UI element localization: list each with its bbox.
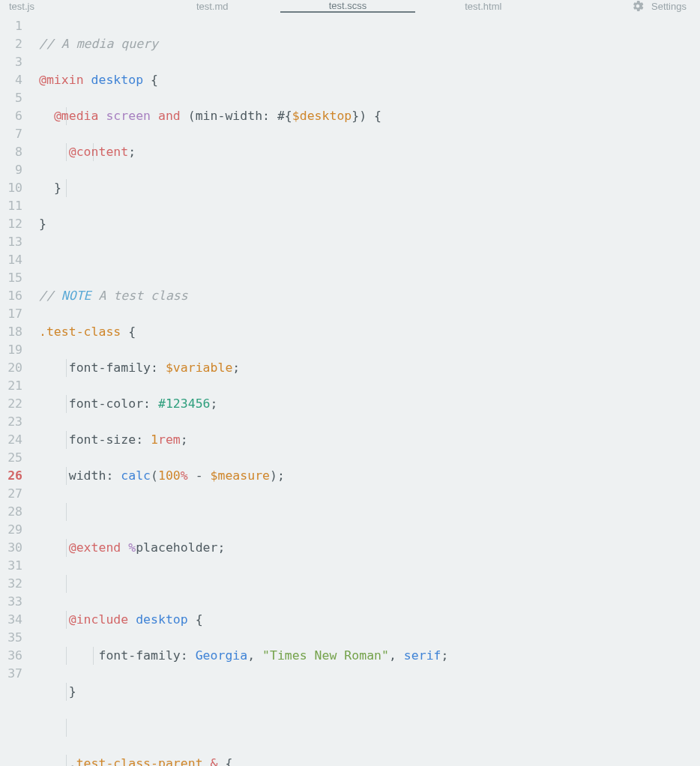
code-token: @media bbox=[54, 109, 99, 123]
code-token: . bbox=[69, 756, 76, 766]
code-token: ( bbox=[188, 109, 196, 123]
code-token: min-width bbox=[196, 109, 262, 123]
code-token: % bbox=[181, 468, 188, 483]
code-token: $variable bbox=[166, 361, 232, 375]
code-token: ; bbox=[128, 145, 136, 159]
tab-label: test.md bbox=[196, 1, 229, 12]
code-token: #123456 bbox=[158, 396, 211, 411]
tab-test-js[interactable]: test.js bbox=[0, 0, 145, 13]
code-token: NOTE bbox=[61, 289, 91, 303]
code-token: test-class-parent bbox=[76, 756, 203, 766]
code-token: - bbox=[188, 468, 211, 483]
code-token: screen bbox=[106, 109, 151, 123]
code-token: @content bbox=[69, 145, 128, 159]
code-area[interactable]: // A media query @mixin desktop { @media… bbox=[30, 17, 700, 766]
tab-settings[interactable]: Settings bbox=[551, 0, 700, 13]
code-token: @extend bbox=[69, 540, 121, 555]
settings-label: Settings bbox=[651, 1, 687, 12]
code-token: ) bbox=[359, 109, 366, 123]
code-token: { bbox=[151, 73, 158, 87]
code-token: $desktop bbox=[292, 109, 351, 123]
editor[interactable]: 1234567891011121314151617181920212223242… bbox=[0, 13, 700, 766]
code-token: font-color bbox=[69, 396, 143, 411]
code-token: desktop bbox=[136, 612, 188, 627]
code-token: // bbox=[39, 289, 61, 303]
code-token: , bbox=[247, 648, 262, 663]
code-token: , bbox=[389, 648, 404, 663]
code-token: } bbox=[39, 217, 46, 231]
code-token: ) bbox=[270, 468, 277, 483]
gear-icon bbox=[632, 0, 644, 12]
code-token: A test class bbox=[91, 289, 188, 303]
code-token: #{ bbox=[277, 109, 292, 123]
code-token: Georgia bbox=[196, 648, 248, 663]
code-token: } bbox=[54, 181, 61, 195]
code-token: { bbox=[196, 612, 203, 627]
code-token bbox=[203, 756, 211, 766]
code-token: @include bbox=[69, 612, 128, 627]
code-token: @mixin bbox=[39, 73, 84, 87]
tab-label: test.js bbox=[9, 1, 34, 12]
code-token: and bbox=[158, 109, 181, 123]
code-token: calc bbox=[121, 468, 151, 483]
tab-test-html[interactable]: test.html bbox=[415, 0, 551, 13]
code-token: placeholder bbox=[136, 540, 217, 555]
code-token: & bbox=[211, 756, 218, 766]
code-token: ( bbox=[151, 468, 158, 483]
code-token: // A media query bbox=[39, 37, 158, 51]
tab-bar: test.js test.md test.scss test.html Sett… bbox=[0, 0, 700, 13]
code-token: rem bbox=[158, 432, 181, 447]
code-token: .test-class bbox=[39, 325, 121, 339]
code-token: } bbox=[351, 109, 359, 123]
code-token: % bbox=[128, 540, 136, 555]
code-token: "Times New Roman" bbox=[262, 648, 389, 663]
code-token: $measure bbox=[211, 468, 270, 483]
tab-label: test.html bbox=[465, 1, 501, 12]
line-number-gutter: 1234567891011121314151617181920212223242… bbox=[0, 17, 30, 766]
code-token: width bbox=[69, 468, 106, 483]
tab-test-scss[interactable]: test.scss bbox=[280, 0, 416, 13]
code-token: : bbox=[262, 109, 277, 123]
code-token: font-size bbox=[69, 432, 136, 447]
code-token: 100 bbox=[158, 468, 181, 483]
tab-test-md[interactable]: test.md bbox=[145, 0, 280, 13]
code-token: } bbox=[69, 684, 76, 699]
tab-label: test.scss bbox=[329, 0, 367, 11]
code-token: font-family bbox=[69, 361, 151, 375]
code-token: { bbox=[225, 756, 232, 766]
code-token: serif bbox=[404, 648, 441, 663]
code-token: 1 bbox=[151, 432, 158, 447]
code-token: font-family bbox=[98, 648, 180, 663]
code-token: desktop bbox=[91, 73, 144, 87]
code-token: { bbox=[374, 109, 381, 123]
code-token: { bbox=[128, 325, 136, 339]
